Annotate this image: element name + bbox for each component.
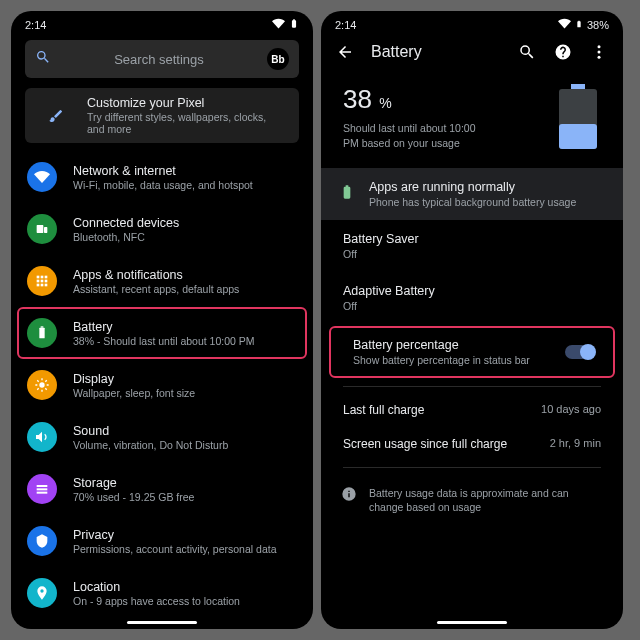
app-bar: Battery <box>321 34 623 70</box>
settings-row-sound[interactable]: SoundVolume, vibration, Do Not Disturb <box>11 411 313 463</box>
customize-row[interactable]: Customize your Pixel Try different style… <box>25 88 299 143</box>
svg-rect-20 <box>571 84 585 89</box>
divider <box>343 386 601 387</box>
battery-big-icon <box>555 84 601 150</box>
settings-row-devices[interactable]: Connected devicesBluetooth, NFC <box>11 203 313 255</box>
svg-point-13 <box>39 382 44 387</box>
wifi-icon <box>272 17 285 32</box>
row-title: Network & internet <box>73 164 253 178</box>
divider <box>343 467 601 468</box>
svg-rect-14 <box>37 485 48 487</box>
status-bar: 2:14 <box>11 11 313 34</box>
overflow-icon[interactable] <box>589 42 609 62</box>
storage-icon <box>27 474 57 504</box>
battery-icon <box>289 17 299 32</box>
row-title: Display <box>73 372 195 386</box>
svg-rect-5 <box>37 280 40 283</box>
row-title: Location <box>73 580 240 594</box>
home-indicator[interactable] <box>127 621 197 624</box>
settings-row-wifi[interactable]: Network & internetWi-Fi, mobile, data us… <box>11 151 313 203</box>
screen-usage-row[interactable]: Screen usage since full charge 2 hr, 9 m… <box>321 427 623 461</box>
home-indicator[interactable] <box>437 621 507 624</box>
privacy-icon <box>27 526 57 556</box>
last-charge-row[interactable]: Last full charge 10 days ago <box>321 393 623 427</box>
status-bar: 2:14 38% <box>321 11 623 34</box>
svg-rect-0 <box>37 225 44 233</box>
status-time: 2:14 <box>335 19 356 31</box>
svg-rect-6 <box>41 280 44 283</box>
search-placeholder: Search settings <box>61 52 257 67</box>
svg-rect-1 <box>44 227 47 233</box>
battery-ok-icon <box>339 182 355 206</box>
row-title: Storage <box>73 476 194 490</box>
pct-row-title: Battery percentage <box>353 338 530 352</box>
search-icon <box>35 49 51 69</box>
settings-row-privacy[interactable]: PrivacyPermissions, account activity, pe… <box>11 515 313 567</box>
settings-list: Customize your Pixel Try different style… <box>11 88 313 629</box>
brush-icon <box>41 101 71 131</box>
row-sub: Assistant, recent apps, default apps <box>73 283 239 295</box>
settings-row-location[interactable]: LocationOn - 9 apps have access to locat… <box>11 567 313 619</box>
settings-row-apps[interactable]: Apps & notificationsAssistant, recent ap… <box>11 255 313 307</box>
sound-icon <box>27 422 57 452</box>
wifi-icon <box>27 162 57 192</box>
page-title: Battery <box>371 43 501 61</box>
row-title: Privacy <box>73 528 276 542</box>
row-title: Battery <box>73 320 255 334</box>
row-sub: Volume, vibration, Do Not Disturb <box>73 439 228 451</box>
battery-pct-value: 38 <box>343 84 372 114</box>
svg-rect-4 <box>45 276 48 279</box>
svg-rect-7 <box>45 280 48 283</box>
battery-percentage-row[interactable]: Battery percentage Show battery percenta… <box>329 326 615 378</box>
settings-row-display[interactable]: DisplayWallpaper, sleep, font size <box>11 359 313 411</box>
row-sub: 70% used - 19.25 GB free <box>73 491 194 503</box>
row-sub: On - 9 apps have access to location <box>73 595 240 607</box>
svg-rect-2 <box>37 276 40 279</box>
search-icon[interactable] <box>517 42 537 62</box>
info-row: Battery usage data is approximate and ca… <box>321 474 623 514</box>
status-time: 2:14 <box>25 19 46 31</box>
devices-icon <box>27 214 57 244</box>
battery-hero-sub: Should last until about 10:00 PM based o… <box>343 121 483 149</box>
battery-saver-row[interactable]: Battery Saver Off <box>321 220 623 272</box>
row-sub: Permissions, account activity, personal … <box>73 543 276 555</box>
svg-point-19 <box>598 56 601 59</box>
row-sub: Wallpaper, sleep, font size <box>73 387 195 399</box>
row-title: Apps & notifications <box>73 268 239 282</box>
svg-rect-9 <box>41 284 44 287</box>
settings-row-storage[interactable]: Storage70% used - 19.25 GB free <box>11 463 313 515</box>
info-text: Battery usage data is approximate and ca… <box>369 486 603 514</box>
apps-normal-card[interactable]: Apps are running normally Phone has typi… <box>321 168 623 220</box>
row-sub: 38% - Should last until about 10:00 PM <box>73 335 255 347</box>
apps-icon <box>27 266 57 296</box>
search-bar[interactable]: Search settings Bb <box>25 40 299 78</box>
row-title: Sound <box>73 424 228 438</box>
apps-card-sub: Phone has typical background battery usa… <box>369 196 576 208</box>
svg-rect-3 <box>41 276 44 279</box>
settings-row-battery[interactable]: Battery38% - Should last until about 10:… <box>17 307 307 359</box>
svg-rect-22 <box>559 124 597 149</box>
pct-row-sub: Show battery percentage in status bar <box>353 354 530 366</box>
svg-rect-16 <box>37 492 48 494</box>
svg-rect-12 <box>41 326 44 327</box>
back-icon[interactable] <box>335 42 355 62</box>
adaptive-battery-row[interactable]: Adaptive Battery Off <box>321 272 623 324</box>
customize-sub: Try different styles, wallpapers, clocks… <box>87 111 283 135</box>
avatar[interactable]: Bb <box>267 48 289 70</box>
battery-hero: 38 % Should last until about 10:00 PM ba… <box>321 70 623 168</box>
battery-icon <box>575 18 583 32</box>
location-icon <box>27 578 57 608</box>
screen-usage-label: Screen usage since full charge <box>343 437 507 451</box>
last-charge-label: Last full charge <box>343 403 424 417</box>
adaptive-title: Adaptive Battery <box>343 284 601 298</box>
pct-toggle[interactable] <box>565 345 595 359</box>
battery-icon <box>27 318 57 348</box>
svg-point-18 <box>598 51 601 54</box>
adaptive-sub: Off <box>343 300 601 312</box>
svg-rect-15 <box>37 488 48 490</box>
help-icon[interactable] <box>553 42 573 62</box>
saver-sub: Off <box>343 248 601 260</box>
wifi-icon <box>558 17 571 32</box>
customize-title: Customize your Pixel <box>87 96 283 110</box>
svg-rect-10 <box>45 284 48 287</box>
